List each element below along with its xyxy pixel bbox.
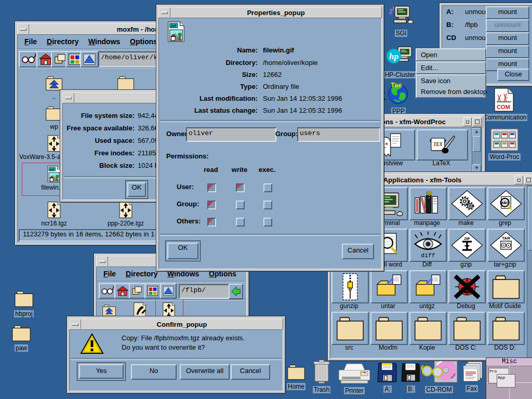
app-label: untgz [407,302,447,310]
app-button-gunzip[interactable] [331,270,369,303]
window-title: Confirm_popup [81,321,283,328]
desktop-icon-word-proc[interactable]: Word-Proc [480,128,529,161]
menu-file[interactable]: File [24,37,37,46]
file-item-ncr16-tgz[interactable] [44,201,64,219]
app-button-untgz[interactable] [409,270,447,303]
app-button-dos-c-[interactable] [448,312,486,345]
windows-button[interactable] [144,283,161,299]
app-label: Motif Guide [485,302,525,310]
ok-button[interactable]: OK [167,243,198,259]
menu-windows[interactable]: Windows [88,37,120,46]
context-menu-item-remove-from-desktop[interactable]: Remove from desktop [417,86,485,97]
ok-button-ring: OK [165,241,201,261]
window-title: Misc [486,358,532,366]
group-field[interactable]: users [297,127,380,142]
app-button-latex[interactable]: TEX [417,129,468,161]
app-label: LaTeX [411,159,471,167]
unmount-button[interactable]: unmount [486,19,529,32]
owner-field[interactable]: oliver [186,127,276,142]
icon-label: hbproj [2,309,46,318]
app-label: Debug [446,302,486,310]
perm-checkbox-checked[interactable] [207,218,216,227]
app-button-gzip[interactable]: ZIP [448,229,486,262]
app-button-grep[interactable]: ABC [487,187,525,220]
copy-button[interactable] [129,283,145,299]
menu-options[interactable]: Options [130,37,157,46]
window-menu-button[interactable] [97,257,108,266]
app-label: gzip [446,261,486,268]
app-button-moxfm[interactable] [370,312,408,345]
titlebar-confirm[interactable]: Confirm_popup [69,318,283,330]
titlebar-properties[interactable]: Properties_popup [158,7,382,18]
maximize-button[interactable] [473,117,482,126]
app-label: make [446,219,486,227]
desktop-icon-paw[interactable]: paw [0,323,44,352]
window-menu-button[interactable] [18,24,29,34]
desktop-icon-hbproj[interactable]: hbproj [2,289,46,318]
drive-label: B: [446,21,454,29]
overwrite-all-button[interactable]: Overwrite all [180,364,230,380]
context-menu-item-edit-[interactable]: Edit... [417,62,485,73]
scrollbar[interactable] [527,185,532,358]
mount-button[interactable]: mount [486,6,529,19]
app-button-motif-guide[interactable] [487,270,525,303]
app-button-tar-gzip[interactable]: TAR [487,229,525,262]
maximize-button[interactable] [524,176,532,184]
app-button-kopie[interactable] [409,312,447,345]
back-button[interactable] [229,284,243,299]
up-button[interactable] [80,51,99,68]
iconify-button[interactable] [463,117,472,126]
ok-button[interactable]: OK [127,182,146,197]
perm-checkbox-checked[interactable] [207,201,216,209]
perm-checkbox-unchecked[interactable] [263,183,272,192]
no-button[interactable]: No [131,364,177,380]
app-button-untar[interactable] [370,270,408,303]
perm-checkbox-unchecked[interactable] [236,218,245,227]
app-button-dos-d-[interactable] [487,312,525,345]
window-menu-button[interactable] [63,93,74,102]
up-button[interactable] [160,283,177,299]
folder-icon [489,272,523,301]
context-menu-item-save-icon[interactable]: Save icon [417,75,485,86]
menu-directory[interactable]: Directory [47,37,78,46]
folder-icon [411,314,445,343]
fsinfo-row-label: Block size: [63,162,135,169]
app-button-manpage[interactable]: ? [409,187,447,220]
mount-button[interactable]: mount [486,45,529,58]
icon-label-text: Printer [344,387,364,394]
search-button[interactable] [99,283,115,299]
scrollbar[interactable]: ▲ ▼ [472,127,482,174]
app-button-debug[interactable] [448,270,486,303]
scroll-thumb[interactable] [473,136,481,152]
window-menu-button[interactable] [70,320,81,329]
search-icon [20,52,36,66]
cancel-button[interactable]: Cancel [342,244,374,259]
mount-button[interactable]: mount [486,32,529,45]
path-field[interactable]: /flpb/ [179,284,233,299]
perm-checkbox-checked[interactable] [207,183,216,192]
yes-button[interactable]: Yes [79,364,124,379]
fsinfo-row-value: 567,09 [138,137,158,144]
file-item-ppp-220e-tgz[interactable] [115,201,136,219]
window-menu-button[interactable] [159,8,170,17]
perm-checkbox-unchecked[interactable] [263,201,272,209]
perm-checkbox-checked[interactable] [236,183,245,192]
app-label: DOS C: [446,344,486,351]
diamond-gears-icon [450,189,484,218]
app-button-make[interactable] [448,187,486,220]
cancel-button[interactable]: Cancel [231,364,270,380]
scroll-up-icon[interactable]: ▲ [472,128,481,137]
iconify-button[interactable] [514,176,523,184]
search-button[interactable] [19,51,37,68]
perm-checkbox-unchecked[interactable] [263,218,272,227]
close-button[interactable]: Close [497,69,529,81]
perm-checkbox-unchecked[interactable] [236,201,245,209]
app-button-diff[interactable]: diff [409,229,447,262]
scroll-thumb[interactable] [528,187,532,250]
menu-directory[interactable]: Directory [126,270,157,278]
menu-file[interactable]: File [103,270,116,278]
context-menu-item-open[interactable]: Open [417,49,485,60]
app-button-src[interactable] [331,312,369,345]
desktop-icon-communication[interactable]: COMCommunication [482,87,526,122]
window-misc: Misc ProApp [486,357,532,399]
